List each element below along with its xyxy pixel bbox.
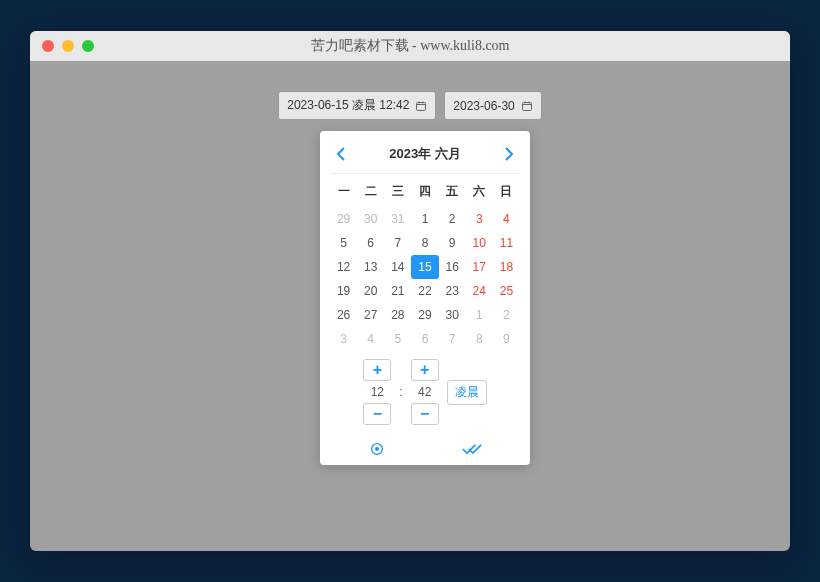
hour-increment-button[interactable]: +	[363, 359, 391, 381]
confirm-button[interactable]	[462, 441, 482, 457]
calendar-grid: 2930311234567891011121314151617181920212…	[330, 207, 520, 351]
day-cell[interactable]: 26	[330, 303, 357, 327]
chevron-left-icon	[336, 147, 346, 161]
svg-rect-1	[522, 102, 531, 110]
day-cell[interactable]: 30	[357, 207, 384, 231]
close-icon[interactable]	[42, 40, 54, 52]
day-cell[interactable]: 16	[439, 255, 466, 279]
day-cell[interactable]: 12	[330, 255, 357, 279]
day-cell[interactable]: 8	[466, 327, 493, 351]
week-row: 19202122232425	[330, 279, 520, 303]
calendar-icon	[521, 100, 533, 112]
weekday-label: 二	[357, 180, 384, 203]
hour-value[interactable]: 12	[363, 385, 391, 399]
window-controls	[42, 40, 94, 52]
day-cell[interactable]: 30	[439, 303, 466, 327]
next-month-button[interactable]	[500, 145, 518, 163]
day-cell[interactable]: 17	[466, 255, 493, 279]
time-separator: :	[399, 385, 402, 399]
day-cell[interactable]: 29	[330, 207, 357, 231]
svg-rect-0	[417, 102, 426, 110]
day-cell[interactable]: 14	[384, 255, 411, 279]
target-icon	[369, 441, 385, 457]
day-cell[interactable]: 9	[439, 231, 466, 255]
day-cell[interactable]: 4	[493, 207, 520, 231]
day-cell[interactable]: 15	[411, 255, 438, 279]
maximize-icon[interactable]	[82, 40, 94, 52]
day-cell[interactable]: 28	[384, 303, 411, 327]
start-date-value: 2023-06-15 凌晨 12:42	[287, 97, 409, 114]
day-cell[interactable]: 23	[439, 279, 466, 303]
minute-value[interactable]: 42	[411, 385, 439, 399]
minimize-icon[interactable]	[62, 40, 74, 52]
day-cell[interactable]: 5	[330, 231, 357, 255]
chevron-right-icon	[504, 147, 514, 161]
start-date-input[interactable]: 2023-06-15 凌晨 12:42	[278, 91, 436, 120]
date-range-inputs: 2023-06-15 凌晨 12:42 2023-06-30	[278, 91, 541, 120]
day-cell[interactable]: 20	[357, 279, 384, 303]
day-cell[interactable]: 6	[411, 327, 438, 351]
weekday-header: 一二三四五六日	[330, 173, 520, 203]
hour-column: + 12 −	[363, 359, 391, 425]
day-cell[interactable]: 3	[330, 327, 357, 351]
day-cell[interactable]: 9	[493, 327, 520, 351]
calendar-popup: 2023年 六月 一二三四五六日 29303112345678910111213…	[320, 131, 530, 465]
minute-column: + 42 −	[411, 359, 439, 425]
day-cell[interactable]: 8	[411, 231, 438, 255]
day-cell[interactable]: 24	[466, 279, 493, 303]
day-cell[interactable]: 6	[357, 231, 384, 255]
content-area: 2023-06-15 凌晨 12:42 2023-06-30 2023年 六月 …	[30, 61, 790, 120]
calendar-header: 2023年 六月	[330, 141, 520, 173]
weekday-label: 日	[493, 180, 520, 203]
week-row: 3456789	[330, 327, 520, 351]
month-year-label[interactable]: 2023年 六月	[389, 145, 461, 163]
day-cell[interactable]: 29	[411, 303, 438, 327]
day-cell[interactable]: 22	[411, 279, 438, 303]
double-check-icon	[462, 442, 482, 456]
day-cell[interactable]: 2	[493, 303, 520, 327]
week-row: 262728293012	[330, 303, 520, 327]
week-row: 12131415161718	[330, 255, 520, 279]
weekday-label: 四	[411, 180, 438, 203]
day-cell[interactable]: 31	[384, 207, 411, 231]
day-cell[interactable]: 7	[384, 231, 411, 255]
day-cell[interactable]: 27	[357, 303, 384, 327]
today-button[interactable]	[369, 441, 385, 457]
end-date-value: 2023-06-30	[453, 99, 514, 113]
day-cell[interactable]: 5	[384, 327, 411, 351]
titlebar: 苦力吧素材下载 - www.kuli8.com	[30, 31, 790, 61]
minute-decrement-button[interactable]: −	[411, 403, 439, 425]
hour-decrement-button[interactable]: −	[363, 403, 391, 425]
end-date-input[interactable]: 2023-06-30	[444, 91, 541, 120]
weekday-label: 一	[330, 180, 357, 203]
day-cell[interactable]: 7	[439, 327, 466, 351]
day-cell[interactable]: 10	[466, 231, 493, 255]
day-cell[interactable]: 21	[384, 279, 411, 303]
ampm-toggle[interactable]: 凌晨	[447, 380, 487, 405]
day-cell[interactable]: 11	[493, 231, 520, 255]
window-title: 苦力吧素材下载 - www.kuli8.com	[30, 37, 790, 55]
weekday-label: 六	[466, 180, 493, 203]
weekday-label: 五	[439, 180, 466, 203]
day-cell[interactable]: 25	[493, 279, 520, 303]
svg-point-3	[375, 447, 379, 451]
week-row: 567891011	[330, 231, 520, 255]
week-row: 2930311234	[330, 207, 520, 231]
app-window: 苦力吧素材下载 - www.kuli8.com 2023-06-15 凌晨 12…	[30, 31, 790, 551]
day-cell[interactable]: 3	[466, 207, 493, 231]
calendar-footer	[330, 431, 520, 459]
time-picker: + 12 − : + 42 − 凌晨	[330, 359, 520, 425]
weekday-label: 三	[384, 180, 411, 203]
day-cell[interactable]: 2	[439, 207, 466, 231]
day-cell[interactable]: 18	[493, 255, 520, 279]
calendar-icon	[415, 100, 427, 112]
day-cell[interactable]: 4	[357, 327, 384, 351]
minute-increment-button[interactable]: +	[411, 359, 439, 381]
day-cell[interactable]: 1	[466, 303, 493, 327]
day-cell[interactable]: 1	[411, 207, 438, 231]
day-cell[interactable]: 19	[330, 279, 357, 303]
prev-month-button[interactable]	[332, 145, 350, 163]
day-cell[interactable]: 13	[357, 255, 384, 279]
